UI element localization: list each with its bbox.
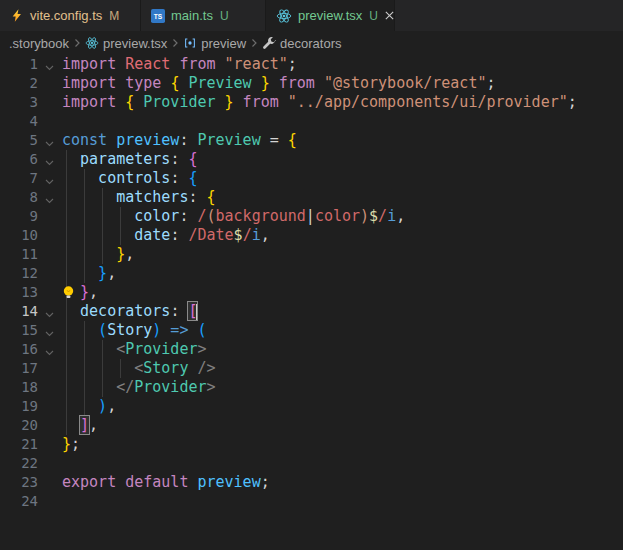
code-line-13[interactable]: 13 },: [0, 283, 623, 302]
line-number: 4: [0, 112, 38, 131]
code-token: $: [234, 226, 243, 244]
tab-vite-config-ts[interactable]: vite.config.ts M: [0, 0, 141, 31]
code-token: import: [62, 93, 125, 111]
code-line-23[interactable]: 23export default preview;: [0, 473, 623, 492]
react-icon: [276, 8, 292, 24]
code-token: ;: [71, 435, 80, 453]
code-token: ;: [288, 55, 297, 73]
line-number: 23: [0, 473, 38, 492]
code-line-14[interactable]: 14 decorators: [: [0, 302, 623, 321]
code-line-8[interactable]: 8 matchers: {: [0, 188, 623, 207]
code-line-12[interactable]: 12 },: [0, 264, 623, 283]
vite-icon: [10, 8, 24, 23]
code-token: ,: [261, 226, 270, 244]
line-number: 11: [0, 245, 38, 264]
code-token: from: [170, 55, 224, 73]
code-token: {: [188, 169, 197, 187]
line-number: 12: [0, 264, 38, 283]
breadcrumb-item-preview-symbol[interactable]: preview: [183, 36, 246, 51]
code-line-5[interactable]: 5const preview: Preview = {: [0, 131, 623, 150]
code-token: preview: [116, 131, 179, 149]
code-token: Provider: [134, 378, 206, 396]
code-token: {: [188, 150, 197, 168]
tab-main-ts[interactable]: TS main.ts U: [141, 0, 266, 31]
code-token: {: [207, 188, 216, 206]
line-number: 2: [0, 74, 38, 93]
code-token: decorators: [62, 302, 170, 320]
code-token: Preview: [188, 74, 251, 92]
code-line-content: (Story) => (: [62, 321, 207, 340]
code-token: parameters: [62, 150, 170, 168]
code-line-21[interactable]: 21};: [0, 435, 623, 454]
code-token: ,: [107, 264, 116, 282]
code-line-11[interactable]: 11 },: [0, 245, 623, 264]
code-line-2[interactable]: 2import type { Preview } from "@storyboo…: [0, 74, 623, 93]
code-line-9[interactable]: 9 color: /(background|color)$/i,: [0, 207, 623, 226]
code-line-22[interactable]: 22: [0, 454, 623, 473]
typescript-icon: TS: [151, 9, 165, 23]
code-line-content: controls: {: [62, 169, 197, 188]
code-line-1[interactable]: 1import React from "react";: [0, 55, 623, 74]
code-token: ;: [261, 473, 270, 491]
code-token: color: [315, 207, 360, 225]
code-token: :: [188, 188, 206, 206]
code-line-content: decorators: [: [62, 302, 198, 321]
code-line-content: },: [62, 283, 98, 302]
code-line-4[interactable]: 4: [0, 112, 623, 131]
code-line-20[interactable]: 20 ],: [0, 416, 623, 435]
code-token: ): [360, 207, 369, 225]
tab-label: main.ts: [171, 8, 213, 23]
code-line-18[interactable]: 18 </Provider>: [0, 378, 623, 397]
code-token: (: [197, 321, 206, 339]
breadcrumb-item-decorators[interactable]: decorators: [262, 36, 341, 51]
code-line-17[interactable]: 17 <Story />: [0, 359, 623, 378]
code-token: Story: [107, 321, 152, 339]
code-token: $: [369, 207, 378, 225]
code-line-3[interactable]: 3import { Provider } from "../app/compon…: [0, 93, 623, 112]
code-token: ): [152, 321, 161, 339]
line-number: 20: [0, 416, 38, 435]
code-line-content: ),: [62, 397, 116, 416]
breadcrumb-item-preview-tsx[interactable]: preview.tsx: [85, 36, 167, 51]
code-token: </: [62, 378, 134, 396]
code-line-6[interactable]: 6 parameters: {: [0, 150, 623, 169]
code-token: :: [170, 169, 188, 187]
tab-preview-tsx[interactable]: preview.tsx U: [266, 0, 395, 31]
code-token: "../app/components/ui/provider": [288, 93, 568, 111]
code-area[interactable]: 1import React from "react";2import type …: [0, 55, 623, 550]
line-number: 6: [0, 150, 38, 169]
code-line-24[interactable]: 24: [0, 492, 623, 511]
code-token: :: [170, 302, 188, 320]
code-line-content: date: /Date$/i,: [62, 226, 270, 245]
breadcrumb: .storybook preview.tsx: [0, 31, 623, 55]
code-token: import: [62, 55, 125, 73]
code-line-content: },: [62, 264, 116, 283]
code-line-15[interactable]: 15 (Story) => (: [0, 321, 623, 340]
code-token: }: [62, 435, 71, 453]
chevron-right-icon: [71, 37, 83, 49]
code-line-16[interactable]: 16 <Provider>: [0, 340, 623, 359]
code-token: ): [62, 397, 107, 415]
code-token: }: [62, 245, 125, 263]
code-token: /: [197, 207, 206, 225]
code-line-content: import { Provider } from "../app/compone…: [62, 93, 577, 112]
code-token: }: [216, 93, 234, 111]
code-line-7[interactable]: 7 controls: {: [0, 169, 623, 188]
code-token: ;: [486, 74, 495, 92]
line-number: 19: [0, 397, 38, 416]
code-token: [62, 416, 80, 434]
close-icon[interactable]: [384, 7, 395, 25]
code-line-19[interactable]: 19 ),: [0, 397, 623, 416]
code-token: "react": [225, 55, 288, 73]
code-token: ]: [80, 416, 89, 434]
code-line-content: const preview: Preview = {: [62, 131, 297, 150]
line-number: 7: [0, 169, 38, 188]
code-token: :: [179, 131, 197, 149]
code-token: >: [197, 340, 206, 358]
code-line-content: matchers: {: [62, 188, 216, 207]
breadcrumb-item-storybook[interactable]: .storybook: [9, 36, 69, 51]
code-line-10[interactable]: 10 date: /Date$/i,: [0, 226, 623, 245]
code-token: Provider: [143, 93, 215, 111]
code-token: {: [125, 93, 143, 111]
code-token: /Date: [188, 226, 233, 244]
